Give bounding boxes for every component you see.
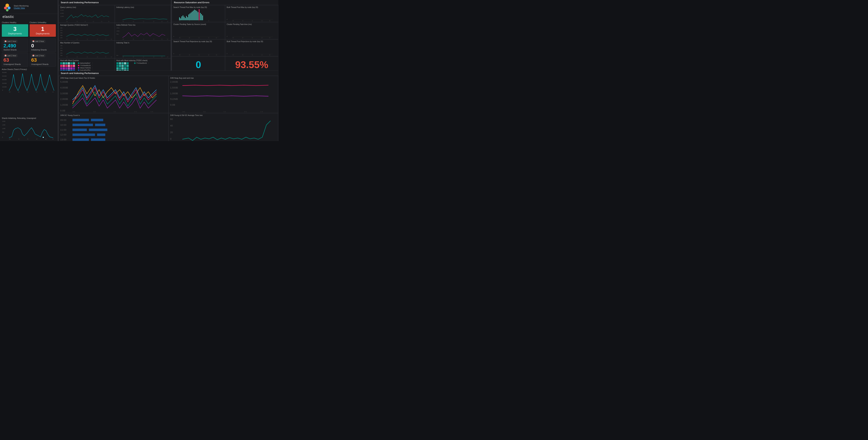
svg-text:150s: 150s xyxy=(116,27,120,29)
svg-rect-228 xyxy=(72,138,89,141)
svg-rect-227 xyxy=(97,134,105,136)
svg-text:13: 13 xyxy=(269,20,271,21)
svg-text:12: 12 xyxy=(36,91,37,92)
stat-panels: 📅 Last 1 hour 2,490 Started Shards 📅 Las… xyxy=(0,38,58,67)
svg-text:13: 13 xyxy=(161,38,162,40)
svg-rect-119 xyxy=(121,65,124,67)
active-shards-chart: 50,000 40,000 30,000 20,000 10,000 0 09 … xyxy=(2,71,56,117)
svg-text:09: 09 xyxy=(179,54,181,55)
svg-text:13: 13 xyxy=(45,138,46,140)
unassigned1-time[interactable]: 📅 Last 1 hour xyxy=(3,54,17,57)
svg-rect-224 xyxy=(72,129,87,131)
host-indexing-heatmap xyxy=(116,62,133,70)
brand-name: elastic xyxy=(0,14,58,20)
svg-point-22 xyxy=(43,137,44,138)
unassigned2-time[interactable]: 📅 Last 1 hour xyxy=(31,54,45,57)
svg-rect-93 xyxy=(73,65,75,67)
svg-text:0: 0 xyxy=(2,89,3,91)
started-shards-label: Started Shards xyxy=(3,49,27,51)
started-shards-time[interactable]: 📅 Last 1 hour xyxy=(3,40,17,43)
svg-rect-87 xyxy=(73,62,75,64)
svg-text:2,000B: 2,000B xyxy=(170,81,178,83)
cluster-unhealthy-sub: Deployments xyxy=(36,32,50,35)
svg-rect-117 xyxy=(116,65,119,67)
svg-rect-220 xyxy=(72,119,89,121)
svg-text:10: 10 xyxy=(76,56,78,57)
svg-rect-88 xyxy=(60,65,62,67)
svg-text:12:00: 12:00 xyxy=(60,133,66,136)
svg-text:09: 09 xyxy=(182,111,185,112)
svg-text:13: 13 xyxy=(105,56,106,57)
svg-text:13: 13 xyxy=(105,38,106,40)
svg-text:24k: 24k xyxy=(60,37,63,38)
svg-rect-150 xyxy=(200,13,200,20)
svg-text:09: 09 xyxy=(66,21,68,22)
unassigned2-value: 63 xyxy=(31,57,54,63)
svg-rect-115 xyxy=(124,62,126,64)
svg-rect-89 xyxy=(63,65,65,67)
disk-space-card: 93.55% Disk Space Used xyxy=(225,56,278,71)
svg-text:2,000: 2,000 xyxy=(2,121,5,122)
svg-text:50s: 50s xyxy=(116,33,119,35)
cluster-healthy-box: Clusters Healthy 3 Deployments xyxy=(2,21,28,37)
svg-rect-132 xyxy=(179,18,180,20)
svg-text:09: 09 xyxy=(72,111,75,112)
svg-text:0.0B: 0.0B xyxy=(60,109,65,112)
active-shards-section: Active Shards (Total & Primary) 50,000 4… xyxy=(0,67,58,141)
svg-text:10: 10 xyxy=(242,20,244,21)
init-shards-time[interactable]: 📅 Last 1 hour xyxy=(31,40,45,43)
app-link[interactable]: Cluster View xyxy=(14,7,29,9)
jvm-young-old-title: JVM Young & Old GC Average Time /sec xyxy=(170,114,277,116)
svg-text:11: 11 xyxy=(143,21,144,22)
svg-text:5,000B: 5,000B xyxy=(60,81,68,83)
search-perf2-header: Search and Indexing Performance xyxy=(59,71,278,76)
unassigned1-value: 63 xyxy=(3,57,27,63)
svg-rect-140 xyxy=(188,14,189,20)
sidebar-header: Stack Monitoring Cluster View xyxy=(0,0,58,14)
svg-text:1,500: 1,500 xyxy=(2,124,5,125)
svg-text:1,500B: 1,500B xyxy=(170,86,178,89)
svg-text:11: 11 xyxy=(198,54,200,55)
svg-rect-85 xyxy=(68,62,70,64)
initializing-value: 0 xyxy=(31,43,54,49)
svg-text:10: 10 xyxy=(76,38,78,40)
cluster-unhealthy-box: Clusters Unhealthy 1 Deployments xyxy=(30,21,56,37)
svg-rect-94 xyxy=(60,67,62,69)
svg-text:0: 0 xyxy=(2,137,3,138)
initializing-label: Initializing Shards xyxy=(31,49,54,51)
svg-text:60: 60 xyxy=(170,118,173,120)
bulk-thread-max-cell: Bulk Thread Pool Max by node (top 20) 0 … xyxy=(225,5,278,22)
svg-rect-98 xyxy=(70,67,72,69)
cluster-unhealthy-count: 1 xyxy=(41,26,44,32)
svg-text:09: 09 xyxy=(232,54,234,55)
svg-text:10: 10 xyxy=(242,37,244,38)
bottom-center: Search and Indexing Performance JVM Heap… xyxy=(59,71,278,141)
svg-rect-143 xyxy=(192,11,192,20)
svg-text:10: 10 xyxy=(133,38,134,40)
svg-text:12: 12 xyxy=(153,21,154,22)
svg-text:2,000: 2,000 xyxy=(60,12,64,14)
svg-text:512MB: 512MB xyxy=(170,98,178,100)
svg-text:25k: 25k xyxy=(60,34,63,36)
svg-text:11: 11 xyxy=(87,38,88,40)
svg-rect-144 xyxy=(193,11,194,20)
svg-text:3,000: 3,000 xyxy=(60,9,64,11)
svg-text:25k: 25k xyxy=(60,52,63,54)
search-thread-rej-title: Search Thread Pool Rejections by node (t… xyxy=(173,40,223,42)
svg-text:09: 09 xyxy=(232,37,234,38)
svg-text:09: 09 xyxy=(9,138,10,140)
svg-text:11: 11 xyxy=(143,38,144,40)
resource-title: Resource Saturation and Errors xyxy=(174,1,210,4)
jvm-heap-title: JVM Heap Used (Last Value) Top 10 Nodes xyxy=(60,77,167,79)
svg-text:12: 12 xyxy=(134,111,137,112)
svg-text:13: 13 xyxy=(161,21,162,22)
svg-text:09: 09 xyxy=(66,38,68,40)
host-indexing-title: Host with Most indexing (TODO check) xyxy=(116,60,169,61)
svg-text:13: 13 xyxy=(260,111,263,112)
svg-rect-99 xyxy=(73,67,75,69)
svg-rect-122 xyxy=(116,67,119,69)
svg-text:40: 40 xyxy=(170,124,173,127)
host-indexing-cell: Host with Most indexing (TODO check) xyxy=(115,58,171,70)
query-latency-title: Query Latency (ms) xyxy=(60,6,113,8)
svg-rect-152 xyxy=(202,16,203,20)
